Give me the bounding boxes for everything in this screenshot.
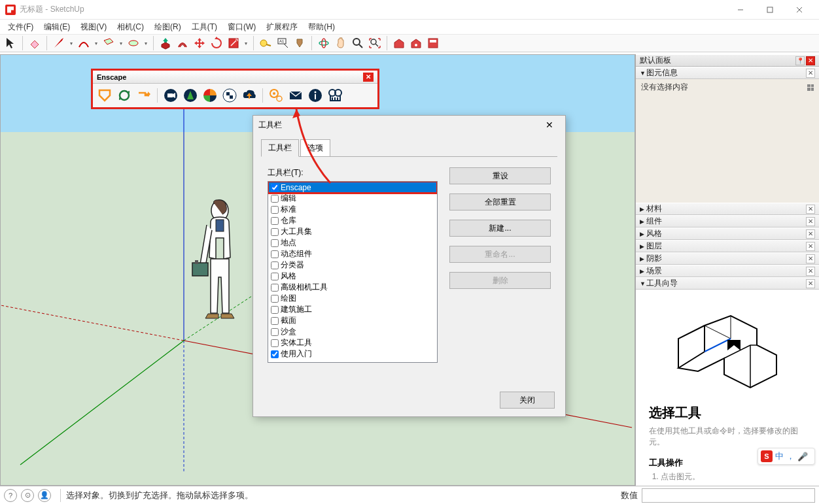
collapsed-panel-header[interactable]: ▶场景✕	[636, 265, 819, 277]
list-item[interactable]: 高级相机工具	[268, 282, 437, 293]
list-checkbox[interactable]	[271, 350, 279, 358]
list-checkbox[interactable]	[271, 317, 279, 325]
rename-button[interactable]: 重命名...	[449, 246, 551, 263]
close-icon[interactable]: ✕	[806, 267, 815, 276]
tab-toolbars[interactable]: 工具栏	[261, 139, 299, 157]
tape-tool-icon[interactable]	[258, 35, 273, 51]
enscape-checker-icon[interactable]	[220, 86, 239, 105]
text-tool-icon[interactable]: A1	[275, 35, 290, 51]
collapsed-panel-header[interactable]: ▶组件✕	[636, 215, 819, 227]
delete-button[interactable]: 删除	[449, 272, 551, 289]
help-icon[interactable]: ?	[4, 489, 17, 502]
move-tool-icon[interactable]	[192, 35, 207, 51]
list-item[interactable]: 沙盒	[268, 326, 437, 337]
orbit-tool-icon[interactable]	[316, 35, 332, 51]
menu-item[interactable]: 视图(V)	[75, 20, 112, 34]
list-checkbox[interactable]	[271, 306, 279, 314]
enscape-views-icon[interactable]	[135, 86, 153, 105]
drag-icon[interactable]	[807, 84, 814, 91]
list-item[interactable]: 仓库	[268, 215, 437, 226]
enscape-asset-icon[interactable]	[181, 86, 200, 105]
ime-mode[interactable]: 中	[775, 450, 784, 462]
pin-icon[interactable]: 📍	[795, 56, 805, 65]
extension-warehouse-icon[interactable]	[408, 35, 424, 51]
close-icon[interactable]: ✕	[363, 73, 374, 82]
reset-button[interactable]: 重设	[449, 167, 551, 184]
enscape-video-icon[interactable]	[162, 86, 180, 105]
enscape-license-icon[interactable]	[326, 86, 344, 105]
minimize-button[interactable]	[725, 1, 755, 19]
list-checkbox[interactable]	[271, 328, 279, 336]
list-item[interactable]: 分类器	[268, 260, 437, 271]
list-checkbox[interactable]	[271, 239, 279, 247]
close-icon[interactable]: ✕	[806, 69, 815, 78]
list-checkbox[interactable]	[271, 195, 279, 203]
list-checkbox[interactable]	[271, 339, 279, 347]
entity-info-header[interactable]: ▼ 图元信息 ✕	[636, 67, 819, 79]
list-checkbox[interactable]	[271, 228, 279, 236]
dialog-close-button[interactable]: 关闭	[500, 392, 555, 409]
close-icon[interactable]: ✕	[806, 242, 815, 251]
ime-mic-icon[interactable]: 🎤	[797, 452, 808, 462]
menu-item[interactable]: 相机(C)	[112, 20, 149, 34]
rectangle-tool-icon[interactable]	[101, 35, 116, 51]
enscape-upload-icon[interactable]	[240, 86, 258, 105]
enscape-settings-icon[interactable]	[267, 86, 285, 105]
close-button[interactable]	[784, 1, 814, 19]
list-item[interactable]: 风格	[268, 271, 437, 282]
geolocation-icon[interactable]: ⊙	[21, 489, 34, 502]
list-checkbox[interactable]	[271, 284, 279, 292]
list-checkbox[interactable]	[271, 273, 279, 280]
close-icon[interactable]: ✕	[806, 229, 815, 239]
tab-options[interactable]: 选项	[300, 139, 330, 157]
list-item[interactable]: 动态组件	[268, 248, 437, 260]
line-tool-icon[interactable]	[51, 35, 67, 51]
close-icon[interactable]: ✕	[806, 279, 815, 288]
close-icon[interactable]: ✕	[806, 254, 815, 263]
list-item[interactable]: 使用入门	[268, 348, 437, 360]
close-icon[interactable]: ✕	[806, 217, 815, 226]
collapsed-panel-header[interactable]: ▶风格✕	[636, 227, 819, 240]
zoom-tool-icon[interactable]	[350, 35, 366, 51]
list-checkbox[interactable]	[271, 250, 279, 258]
menu-item[interactable]: 编辑(E)	[39, 20, 75, 34]
reset-all-button[interactable]: 全部重置	[449, 193, 551, 210]
list-checkbox[interactable]	[271, 184, 279, 192]
enscape-toolbar-title[interactable]: Enscape ✕	[93, 71, 377, 84]
credits-icon[interactable]: 👤	[38, 489, 51, 502]
measurement-input[interactable]	[642, 488, 815, 503]
close-icon[interactable]: ✕	[539, 117, 560, 133]
pushpull-tool-icon[interactable]	[158, 35, 173, 51]
close-icon[interactable]: ✕	[806, 205, 815, 214]
list-item[interactable]: 绘图	[268, 293, 437, 304]
list-item[interactable]: 编辑	[268, 193, 437, 204]
ime-punct[interactable]: ，	[786, 450, 795, 462]
collapsed-panel-header[interactable]: ▶图层✕	[636, 240, 819, 252]
pan-tool-icon[interactable]	[333, 35, 349, 51]
paint-tool-icon[interactable]	[292, 35, 307, 51]
enscape-toolbar[interactable]: Enscape ✕	[91, 69, 379, 109]
ime-toolbar[interactable]: S 中 ， 🎤	[758, 448, 815, 465]
list-item[interactable]: 截面	[268, 315, 437, 326]
dialog-titlebar[interactable]: 工具栏 ✕	[253, 116, 565, 134]
list-item[interactable]: 地点	[268, 237, 437, 248]
circle-tool-icon[interactable]	[126, 35, 141, 51]
instructor-header[interactable]: ▼ 工具向导 ✕	[636, 277, 819, 290]
toolbars-listbox[interactable]: Enscape编辑标准仓库大工具集地点动态组件分类器风格高级相机工具绘图建筑施工…	[268, 181, 438, 363]
select-tool-icon[interactable]	[3, 35, 18, 51]
list-checkbox[interactable]	[271, 206, 279, 214]
layout-icon[interactable]	[425, 35, 441, 51]
enscape-feedback-icon[interactable]	[287, 86, 305, 105]
scale-tool-icon[interactable]	[226, 35, 241, 51]
list-checkbox[interactable]	[271, 217, 279, 225]
list-item[interactable]: 标准	[268, 204, 437, 215]
menu-item[interactable]: 帮助(H)	[303, 20, 340, 34]
menu-item[interactable]: 窗口(W)	[222, 20, 261, 34]
warehouse-icon[interactable]	[391, 35, 407, 51]
list-item[interactable]: 建筑施工	[268, 304, 437, 315]
new-button[interactable]: 新建...	[449, 220, 551, 237]
enscape-material-icon[interactable]	[201, 86, 219, 105]
maximize-button[interactable]	[755, 1, 784, 19]
zoom-extents-icon[interactable]	[367, 35, 383, 51]
list-item[interactable]: 实体工具	[268, 337, 437, 348]
